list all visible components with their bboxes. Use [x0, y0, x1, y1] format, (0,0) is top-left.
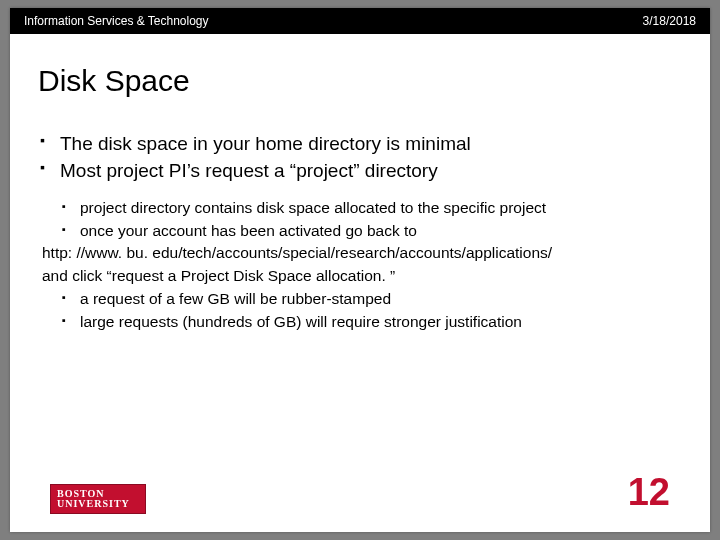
slide: Information Services & Technology 3/18/2…: [10, 8, 710, 532]
main-list: The disk space in your home directory is…: [38, 132, 682, 184]
content-area: The disk space in your home directory is…: [10, 104, 710, 333]
sub-url: http: //www. bu. edu/tech/accounts/speci…: [42, 243, 682, 264]
logo-line2: UNIVERSITY: [57, 499, 145, 510]
bullet-2: Most project PI’s request a “project” di…: [38, 159, 682, 183]
footer: BOSTON UNIVERSITY 12: [10, 471, 710, 514]
page-title: Disk Space: [10, 34, 710, 104]
sub-2: once your account has been activated go …: [62, 221, 682, 242]
header-bar: Information Services & Technology 3/18/2…: [10, 8, 710, 34]
sub-1: project directory contains disk space al…: [62, 198, 682, 219]
header-org: Information Services & Technology: [24, 14, 209, 28]
page-number: 12: [628, 471, 670, 514]
sub-4: large requests (hundreds of GB) will req…: [62, 312, 682, 333]
logo-boston-university: BOSTON UNIVERSITY: [50, 484, 146, 514]
header-date: 3/18/2018: [643, 14, 696, 28]
sub-posturl: and click “request a Project Disk Space …: [42, 266, 682, 287]
sub-list: project directory contains disk space al…: [42, 198, 682, 334]
bullet-1: The disk space in your home directory is…: [38, 132, 682, 156]
sub-3: a request of a few GB will be rubber-sta…: [62, 289, 682, 310]
